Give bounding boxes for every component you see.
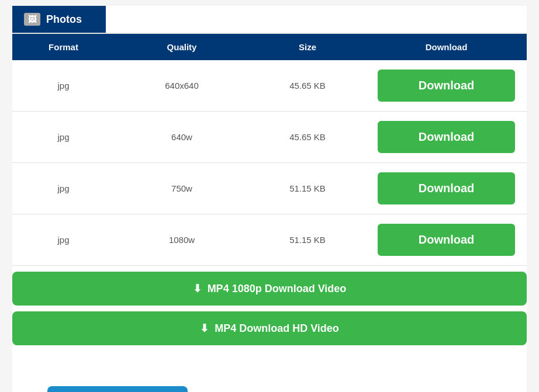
header-format: Format: [12, 34, 115, 60]
mp4-hd-download-button[interactable]: ⬇ MP4 Download HD Video: [12, 311, 527, 345]
mp4-hd-label: MP4 Download HD Video: [215, 322, 339, 335]
download-button-3[interactable]: Download: [378, 224, 515, 256]
table-row: jpg 1080w 51.15 KB Download: [12, 214, 527, 266]
cell-size-3: 51.15 KB: [249, 227, 366, 253]
cell-download-1: Download: [366, 112, 527, 162]
download-icon-2: ⬇: [200, 322, 209, 335]
download-button-2[interactable]: Download: [378, 172, 515, 204]
cell-quality-0: 640x640: [115, 72, 249, 99]
header-size: Size: [249, 34, 366, 60]
table-header: Format Quality Size Download: [12, 33, 527, 60]
cell-download-2: Download: [366, 163, 527, 214]
main-container: 🖼 Photos Format Quality Size Download jp…: [12, 6, 527, 392]
table-body: jpg 640x640 45.65 KB Download jpg 640w 4…: [12, 60, 527, 266]
download-icon-1: ⬇: [193, 282, 202, 295]
table-row: jpg 750w 51.15 KB Download: [12, 163, 527, 214]
cell-quality-1: 640w: [115, 124, 249, 150]
big-buttons-area: ⬇ MP4 1080p Download Video ⬇ MP4 Downloa…: [12, 266, 527, 357]
convert-another-video-button[interactable]: Convert Another Video: [47, 386, 188, 392]
table-row: jpg 640w 45.65 KB Download: [12, 112, 527, 163]
photos-icon: 🖼: [24, 13, 40, 26]
cell-size-2: 51.15 KB: [249, 175, 366, 202]
cell-format-1: jpg: [12, 124, 115, 150]
table-row: jpg 640x640 45.65 KB Download: [12, 60, 527, 112]
mp4-1080p-download-button[interactable]: ⬇ MP4 1080p Download Video: [12, 272, 527, 306]
cell-download-3: Download: [366, 214, 527, 265]
cell-format-0: jpg: [12, 72, 115, 99]
download-button-1[interactable]: Download: [378, 121, 515, 153]
cell-format-2: jpg: [12, 175, 115, 202]
cell-download-0: Download: [366, 60, 527, 111]
header-download: Download: [366, 34, 527, 60]
header-quality: Quality: [115, 34, 249, 60]
cell-size-1: 45.65 KB: [249, 124, 366, 150]
cell-quality-3: 1080w: [115, 227, 249, 253]
tab-label: Photos: [46, 13, 82, 26]
mp4-1080p-label: MP4 1080p Download Video: [208, 283, 347, 295]
convert-area: Convert Another Video: [12, 357, 527, 392]
photos-tab[interactable]: 🖼 Photos: [12, 6, 106, 33]
cell-quality-2: 750w: [115, 175, 249, 202]
download-button-0[interactable]: Download: [378, 70, 515, 102]
cell-size-0: 45.65 KB: [249, 72, 366, 99]
cell-format-3: jpg: [12, 227, 115, 253]
